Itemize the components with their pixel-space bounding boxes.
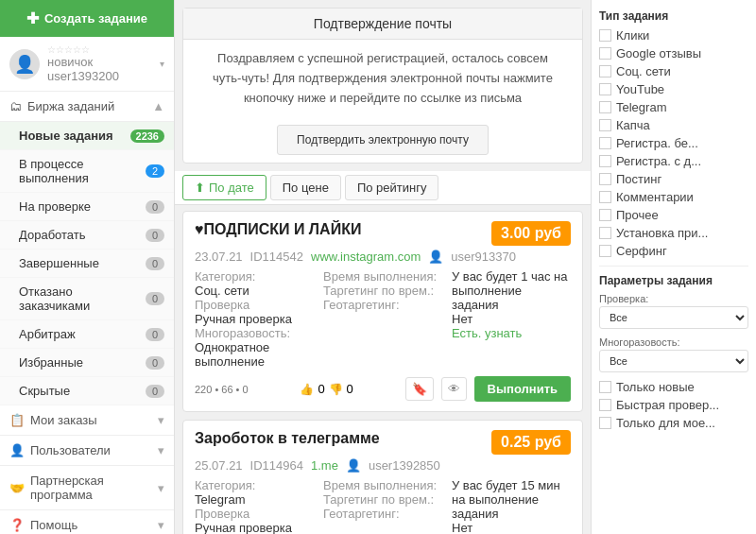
sidebar-badge-4: 0 xyxy=(146,257,164,270)
sidebar-item-8[interactable]: Скрытые0 xyxy=(0,377,174,405)
rp-type-0[interactable]: Клики xyxy=(599,28,748,43)
rp-type-10[interactable]: Прочее xyxy=(599,208,748,222)
sidebar-section-users[interactable]: 👤 Пользователи ▾ xyxy=(0,436,174,466)
rp-type-checkbox-12[interactable] xyxy=(599,245,611,257)
sidebar-item-label-1: В процессе выполнения xyxy=(19,157,146,185)
task-field-val-0-2: Однократное выполнение xyxy=(195,340,314,369)
rp-extra-opt-2[interactable]: Только для мое... xyxy=(599,416,748,430)
task-price-1: 0.25 руб xyxy=(491,430,571,455)
sidebar-section-help[interactable]: ❓ Помощь ▾ xyxy=(0,510,174,534)
task-left-col-0: Категория:Соц. сетиПроверкаРучная провер… xyxy=(195,269,314,369)
sidebar-item-label-3: Доработать xyxy=(19,228,86,242)
sidebar-section-partner[interactable]: 🤝 Партнерская программа ▾ xyxy=(0,466,174,510)
sidebar-item-1[interactable]: В процессе выполнения2 xyxy=(0,150,174,193)
sidebar-section-orders[interactable]: 📋 Мои заказы ▾ xyxy=(0,405,174,436)
task-footer-0: 220 • 66 • 0👍0👎0🔖👁Выполнить xyxy=(195,376,571,402)
task-title-1: Заробoток в телеграмме xyxy=(195,430,380,447)
task-user-icon-0: 👤 xyxy=(428,250,443,264)
user-profile[interactable]: 👤 ☆☆☆☆☆ новичок user1393200 ▾ xyxy=(0,37,174,92)
sidebar-item-0[interactable]: Новые задания2236 xyxy=(0,122,174,150)
orders-icon: 📋 xyxy=(9,413,25,427)
sidebar-item-6[interactable]: Арбитраж0 xyxy=(0,320,174,349)
sidebar-item-5[interactable]: Отказано заказчиками0 xyxy=(0,278,174,320)
task-price-0: 3.00 руб xyxy=(491,221,571,246)
user-level: новичок xyxy=(47,55,119,69)
task-stats-0: 220 • 66 • 0 xyxy=(195,384,249,395)
rp-type-9[interactable]: Комментарии xyxy=(599,190,748,204)
rp-type-11[interactable]: Установка при... xyxy=(599,226,748,240)
help-chevron-icon: ▾ xyxy=(158,518,164,532)
bookmark-button-0[interactable]: 🔖 xyxy=(405,377,434,401)
execute-button-0[interactable]: Выполнить xyxy=(474,376,571,402)
tab-0[interactable]: ⬆По дате xyxy=(182,175,266,200)
tab-icon-0: ⬆ xyxy=(195,181,205,195)
thumbup-icon-0: 👍 xyxy=(300,383,314,396)
sidebar-badge-5: 0 xyxy=(146,292,164,305)
rp-extra-checkbox-2[interactable] xyxy=(599,417,611,429)
sidebar-section-exchange[interactable]: 🗂 Биржа заданий ▲ xyxy=(0,92,174,122)
type-title: Тип задания xyxy=(599,9,748,23)
rp-extra-label-2: Только для мое... xyxy=(616,416,715,430)
sidebar-badge-2: 0 xyxy=(146,200,164,214)
sidebar-item-4[interactable]: Завершенные0 xyxy=(0,250,174,278)
task-field-val-0-right-0: У вас будет 1 час на выполнение задания xyxy=(452,269,571,312)
rp-type-4[interactable]: Telegram xyxy=(599,100,748,114)
hide-button-0[interactable]: 👁 xyxy=(441,377,467,401)
rp-type-label-0: Клики xyxy=(616,28,649,43)
rp-type-checkbox-6[interactable] xyxy=(599,137,611,149)
rp-extra-checkbox-0[interactable] xyxy=(599,381,611,393)
rp-type-label-9: Комментарии xyxy=(616,190,694,204)
rp-type-1[interactable]: Google отзывы xyxy=(599,46,748,60)
task-field-val-0-1: Ручная проверка xyxy=(195,312,314,326)
rp-extra-label-0: Только новые xyxy=(616,380,695,394)
exchange-chevron-icon: ▲ xyxy=(152,99,164,113)
sidebar-badge-1: 2 xyxy=(146,164,164,178)
task-id-0: ID114542 xyxy=(250,250,303,264)
task-field-val-1-0: Telegram xyxy=(195,492,314,507)
likes-count-0: 0 xyxy=(318,382,324,396)
right-panel: Тип задания КликиGoogle отзывыСоц. сетиY… xyxy=(591,0,756,534)
rp-type-12[interactable]: Серфинг xyxy=(599,244,748,258)
rp-type-checkbox-9[interactable] xyxy=(599,191,611,203)
rp-extra-opt-1[interactable]: Быстрая провер... xyxy=(599,398,748,412)
rp-type-checkbox-11[interactable] xyxy=(599,227,611,239)
create-task-label: Создать задание xyxy=(44,11,147,26)
rp-type-checkbox-3[interactable] xyxy=(599,83,611,95)
sidebar-item-2[interactable]: На проверке0 xyxy=(0,193,174,221)
rp-type-checkbox-4[interactable] xyxy=(599,101,611,113)
rp-type-8[interactable]: Постинг xyxy=(599,172,748,186)
task-field-val-0-right-2: Есть. узнать xyxy=(452,326,571,340)
task-link-1[interactable]: 1.me xyxy=(311,458,338,473)
rp-extra-label-1: Быстрая провер... xyxy=(616,398,719,412)
rp-type-2[interactable]: Соц. сети xyxy=(599,64,748,78)
sidebar-item-3[interactable]: Доработать0 xyxy=(0,221,174,250)
rp-extra-checkbox-1[interactable] xyxy=(599,399,611,411)
sidebar-section-users-label: Пользователи xyxy=(30,443,111,457)
rp-type-label-5: Капча xyxy=(616,118,650,132)
task-link-0[interactable]: www.instagram.com xyxy=(311,250,421,264)
rp-type-checkbox-5[interactable] xyxy=(599,119,611,131)
rp-type-7[interactable]: Регистра. с д... xyxy=(599,154,748,168)
rp-type-checkbox-0[interactable] xyxy=(599,29,611,42)
sidebar-item-7[interactable]: Избранные0 xyxy=(0,349,174,377)
rp-type-checkbox-8[interactable] xyxy=(599,173,611,185)
rp-type-checkbox-10[interactable] xyxy=(599,209,611,221)
rp-type-checkbox-2[interactable] xyxy=(599,65,611,78)
sidebar-item-label-6: Арбитраж xyxy=(19,327,76,341)
multi-select[interactable]: Все xyxy=(599,350,748,372)
rp-type-checkbox-7[interactable] xyxy=(599,155,611,167)
confirm-email-button[interactable]: Подтвердить электронную почту xyxy=(277,125,489,155)
task-mid-col-1: Время выполнения:Таргетинг по врем.:Геот… xyxy=(323,478,442,534)
rp-type-6[interactable]: Регистра. бе... xyxy=(599,136,748,150)
task-field-label-1-mid-1: Таргетинг по врем.: xyxy=(323,492,442,507)
tab-1[interactable]: По цене xyxy=(270,175,341,200)
rp-type-5[interactable]: Капча xyxy=(599,118,748,132)
rp-type-checkbox-1[interactable] xyxy=(599,47,611,60)
check-select[interactable]: Все xyxy=(599,306,748,329)
create-task-button[interactable]: ✚ Создать задание xyxy=(0,0,174,37)
task-actions-0: 🔖👁Выполнить xyxy=(405,376,571,402)
rp-extra-opt-0[interactable]: Только новые xyxy=(599,380,748,394)
sidebar-badge-0: 2236 xyxy=(130,129,164,143)
tab-2[interactable]: По рейтингу xyxy=(345,175,439,200)
rp-type-3[interactable]: YouTube xyxy=(599,82,748,96)
